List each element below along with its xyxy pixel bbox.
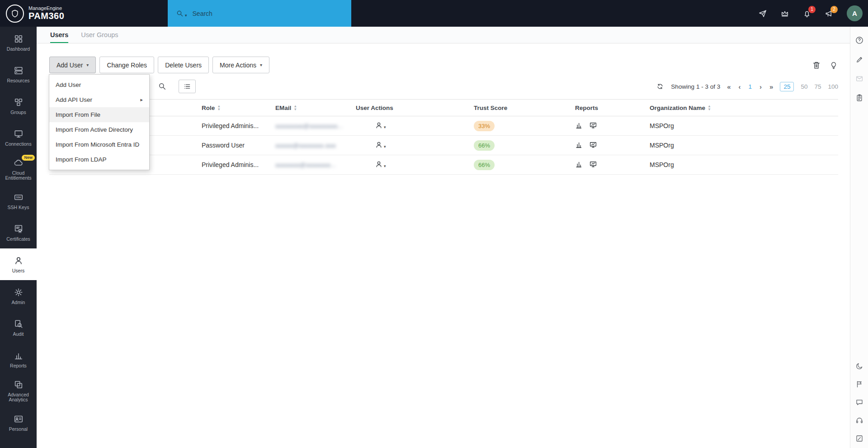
dark-mode-moon-icon[interactable] xyxy=(855,362,863,370)
reports-icon xyxy=(14,351,24,361)
cell-organization: MSPOrg xyxy=(650,136,838,155)
page-size-options: 25 50 75 100 xyxy=(780,82,838,91)
menu-item-label: Import From LDAP xyxy=(56,156,107,163)
sidebar-item-label: Cloud Entitlements xyxy=(1,171,35,181)
mail-icon[interactable] xyxy=(855,75,863,83)
announcements-icon[interactable]: 2 xyxy=(825,9,834,18)
chat-icon[interactable] xyxy=(855,398,863,406)
search-placeholder: Search xyxy=(193,10,212,17)
next-page-icon[interactable]: › xyxy=(760,83,762,91)
menu-item-import-from-ldap[interactable]: Import From LDAP xyxy=(49,152,149,167)
trust-score-badge: 33% xyxy=(474,121,495,131)
users-table: Role ▴▾ EMail ▴▾ User Actions Trust Scor… xyxy=(49,99,838,175)
cell-trust-score: 33% xyxy=(474,116,575,136)
support-headset-icon[interactable] xyxy=(855,416,863,424)
audit-icon xyxy=(14,319,24,329)
user-report-icon[interactable] xyxy=(575,160,583,168)
menu-item-add-user[interactable]: Add User xyxy=(49,77,149,92)
sidebar-item-ssh-keys[interactable]: SSH Keys xyxy=(0,185,37,217)
user-actions-menu-icon[interactable]: ▾ xyxy=(375,160,386,168)
sidebar-item-audit[interactable]: Audit xyxy=(0,312,37,343)
menu-item-import-from-file[interactable]: Import From File xyxy=(49,107,149,122)
sidebar-item-dashboard[interactable]: Dashboard xyxy=(0,27,37,58)
last-page-icon[interactable]: » xyxy=(769,83,773,91)
sort-icon[interactable]: ▴▾ xyxy=(294,105,296,111)
tab-user-groups[interactable]: User Groups xyxy=(81,31,118,43)
chevron-down-icon: ▾ xyxy=(185,14,187,18)
menu-item-import-from-active-directory[interactable]: Import From Active Directory xyxy=(49,122,149,137)
user-actions-menu-icon[interactable]: ▾ xyxy=(375,141,386,149)
user-report-icon[interactable] xyxy=(575,141,583,149)
delete-users-button[interactable]: Delete Users xyxy=(158,57,209,73)
menu-item-add-api-user[interactable]: Add API User ▸ xyxy=(49,92,149,107)
alerts-bell-icon[interactable]: 1 xyxy=(802,9,811,18)
resources-icon xyxy=(14,66,24,76)
menu-item-import-from-microsoft-entra-id[interactable]: Import From Microsoft Entra ID xyxy=(49,137,149,152)
lightbulb-icon[interactable] xyxy=(829,61,838,70)
table-row[interactable]: Password User aaaaa@aaaaaaa.aaa ▾ 66% xyxy=(49,136,838,155)
sidebar-item-advanced-analytics[interactable]: Advanced Analytics xyxy=(0,375,37,407)
table-row[interactable]: Privileged Adminis... aaaaaaaa@aaaaaaaa.… xyxy=(49,116,838,136)
page-size-25[interactable]: 25 xyxy=(780,82,794,91)
sidebar-item-groups[interactable]: Groups xyxy=(0,90,37,122)
sidebar-item-certificates[interactable]: Certificates xyxy=(0,217,37,248)
header-organization-name[interactable]: Organization Name ▴▾ xyxy=(650,100,838,116)
clipboard-icon[interactable] xyxy=(855,94,863,102)
header-label: User Actions xyxy=(356,105,393,111)
change-roles-label: Change Roles xyxy=(107,62,147,69)
column-chooser-button[interactable] xyxy=(179,80,196,93)
search-scope-selector[interactable]: ▾ xyxy=(176,10,187,18)
table-row[interactable]: Privileged Adminis... aaaaaaa@aaaaaaa...… xyxy=(49,155,838,175)
feedback-flag-icon[interactable] xyxy=(855,380,863,388)
first-page-icon[interactable]: « xyxy=(727,83,731,91)
access-report-icon[interactable] xyxy=(589,141,597,149)
cell-organization: MSPOrg xyxy=(650,116,838,136)
more-actions-button[interactable]: More Actions ▾ xyxy=(212,57,269,73)
header-label: Role xyxy=(202,105,215,111)
page-size-100[interactable]: 100 xyxy=(828,83,838,90)
menu-item-label: Import From Microsoft Entra ID xyxy=(56,141,139,148)
notes-icon[interactable] xyxy=(855,434,863,443)
sort-icon[interactable]: ▴▾ xyxy=(708,105,710,111)
ssh-keys-icon xyxy=(14,192,24,202)
access-report-icon[interactable] xyxy=(589,121,597,129)
add-user-button[interactable]: Add User ▾ xyxy=(49,57,96,73)
refresh-icon[interactable] xyxy=(656,82,664,91)
table-search-icon[interactable] xyxy=(158,82,167,91)
user-actions-menu-icon[interactable]: ▾ xyxy=(375,121,386,129)
whats-new-icon[interactable] xyxy=(758,9,767,18)
sidebar-item-reports[interactable]: Reports xyxy=(0,343,37,375)
sidebar-item-personal[interactable]: Personal xyxy=(0,407,37,438)
global-search[interactable]: ▾ Search xyxy=(168,0,351,27)
sidebar-item-label: Advanced Analytics xyxy=(1,392,35,402)
list-controls-bar: Showing 1 - 3 of 3 « ‹ 1 › » 25 50 75 10… xyxy=(37,79,850,94)
sidebar-item-admin[interactable]: Admin xyxy=(0,280,37,312)
blurred-email: aaaaaaa@aaaaaaa... xyxy=(275,162,336,168)
license-crown-icon[interactable] xyxy=(780,9,789,18)
sidebar-item-connections[interactable]: Connections xyxy=(0,122,37,153)
change-roles-button[interactable]: Change Roles xyxy=(99,57,154,73)
main-content: Users User Groups Add User ▾ Change Role… xyxy=(37,27,850,448)
edit-pen-icon[interactable] xyxy=(855,56,863,64)
sidebar-item-cloud-entitlements[interactable]: New Cloud Entitlements xyxy=(0,153,37,185)
user-avatar[interactable]: A xyxy=(847,5,863,21)
tab-users[interactable]: Users xyxy=(50,31,68,43)
trash-icon[interactable] xyxy=(812,61,821,70)
prev-page-icon[interactable]: ‹ xyxy=(739,83,741,91)
page-size-50[interactable]: 50 xyxy=(801,83,807,90)
help-icon[interactable] xyxy=(855,36,864,45)
access-report-icon[interactable] xyxy=(589,160,597,168)
header-label: Reports xyxy=(575,105,598,111)
groups-icon xyxy=(14,97,24,107)
current-page[interactable]: 1 xyxy=(749,83,752,90)
sort-icon[interactable]: ▴▾ xyxy=(218,105,220,111)
sidebar-item-resources[interactable]: Resources xyxy=(0,58,37,90)
header-email[interactable]: EMail ▴▾ xyxy=(275,100,356,116)
header-role[interactable]: Role ▴▾ xyxy=(202,100,275,116)
topbar: ManageEngine PAM360 ▾ Search 1 2 A xyxy=(0,0,868,27)
page-size-75[interactable]: 75 xyxy=(814,83,821,90)
user-report-icon[interactable] xyxy=(575,121,583,129)
brand-logo[interactable]: ManageEngine PAM360 xyxy=(0,5,64,23)
sidebar-item-users[interactable]: Users xyxy=(0,248,37,280)
header-label: Trust Score xyxy=(474,105,507,111)
